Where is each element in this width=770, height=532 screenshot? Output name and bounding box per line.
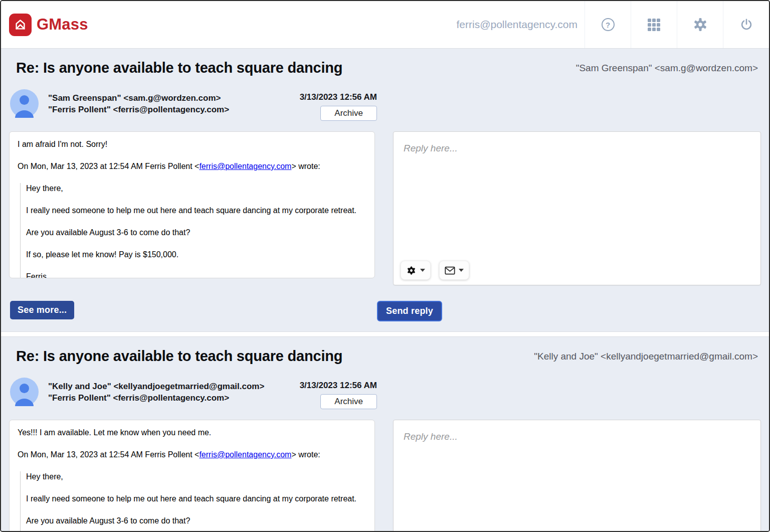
quoted-line: I really need someone to help me out her… [26,205,366,216]
avatar [10,89,39,118]
quote-intro-prefix: On Mon, Mar 13, 2023 at 12:54 AM Ferris … [18,162,199,170]
thread-counterparty: "Sam Greenspan" <sam.g@wordzen.com> [576,60,758,74]
email-body: Yes!!! I am available. Let me know when … [9,420,375,532]
quote-intro-prefix: On Mon, Mar 13, 2023 at 12:54 AM Ferris … [18,450,199,459]
reply-panel [393,420,761,532]
settings-gear-icon [693,18,707,32]
ai-compose-button[interactable] [401,261,431,280]
send-reply-button[interactable]: Send reply [377,301,442,321]
archive-button[interactable]: Archive [320,394,377,409]
quoted-message: Hey there, I really need someone to help… [20,471,366,532]
app-header: GMass ferris@pollentagency.com ? [1,1,769,48]
gmass-logo-icon [9,14,32,36]
thread-subject: Re: Is anyone available to teach square … [16,348,342,365]
brand-name: GMass [37,16,88,34]
power-icon [740,18,753,31]
quoted-line: If so, please let me know! Pay is $150,0… [26,249,366,260]
card-divider [1,332,769,336]
quoted-line: Hey there, [26,471,366,482]
from-line: "Kelly and Joe" <kellyandjoegetmarried@g… [48,381,264,392]
chevron-down-icon [420,269,425,272]
thread-card: Re: Is anyone available to teach square … [1,48,769,332]
reply-tools [401,261,469,280]
header-right: ferris@pollentagency.com ? [446,1,769,48]
openai-logo-icon [406,265,417,276]
logout-button[interactable] [723,1,769,48]
help-icon: ? [602,18,615,31]
archive-button[interactable]: Archive [320,106,377,121]
quoted-message: Hey there, I really need someone to help… [20,183,366,278]
email-opening: Yes!!! I am available. Let me know when … [18,427,366,438]
timestamp: 3/13/2023 12:56 AM [300,381,377,391]
quote-intro: On Mon, Mar 13, 2023 at 12:54 AM Ferris … [18,449,366,460]
quoted-line: Hey there, [26,183,366,194]
help-button[interactable]: ? [585,1,631,48]
sender-email-link[interactable]: ferris@pollentagency.com [199,162,291,170]
quote-intro: On Mon, Mar 13, 2023 at 12:54 AM Ferris … [18,161,366,172]
quote-intro-suffix: > wrote: [291,162,320,170]
timestamp: 3/13/2023 12:56 AM [300,92,377,102]
gmass-logo[interactable]: GMass [9,14,88,36]
to-line: "Ferris Pollent" <ferris@pollentagency.c… [48,104,229,115]
template-email-button[interactable] [439,261,469,280]
reply-input[interactable] [394,420,760,532]
settings-button[interactable] [677,1,723,48]
quoted-line: Ferris [26,271,366,278]
to-line: "Ferris Pollent" <ferris@pollentagency.c… [48,392,264,404]
quoted-line: I really need someone to help me out her… [26,493,366,504]
see-more-button[interactable]: See more... [10,301,74,319]
email-body: I am afraid I'm not. Sorry! On Mon, Mar … [9,131,375,278]
quoted-line: Are you available August 3-6 to come do … [26,227,366,238]
reply-panel [393,131,761,285]
envelope-icon [445,266,455,275]
chevron-down-icon [459,269,464,272]
gmass-inbox-screen: GMass ferris@pollentagency.com ? [0,0,770,532]
quoted-line: Are you available August 3-6 to come do … [26,515,366,526]
sender-email-link[interactable]: ferris@pollentagency.com [199,450,291,459]
quote-intro-suffix: > wrote: [291,450,320,459]
thread-card: Re: Is anyone available to teach square … [1,336,769,532]
account-email: ferris@pollentagency.com [446,19,578,31]
email-opening: I am afraid I'm not. Sorry! [18,139,366,150]
thread-counterparty: "Kelly and Joe" <kellyandjoegetmarried@g… [534,348,758,362]
apps-grid-icon [648,19,660,31]
apps-grid-button[interactable] [631,1,677,48]
avatar [10,378,39,406]
from-line: "Sam Greenspan" <sam.g@wordzen.com> [48,92,229,104]
thread-subject: Re: Is anyone available to teach square … [16,60,342,76]
